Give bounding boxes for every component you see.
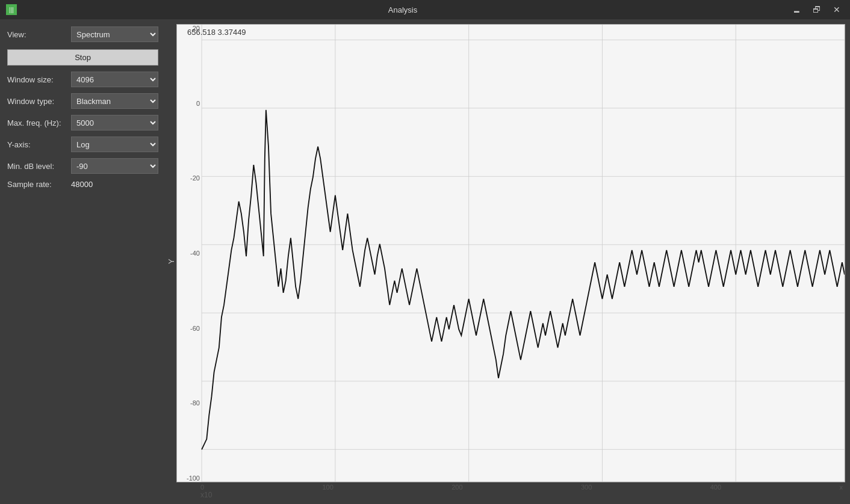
chart-inner: Y 20 0 -20 -40 -60 -80 -100 <box>166 24 845 499</box>
min-db-select[interactable]: -60 -70 -80 -90 -100 <box>71 158 158 174</box>
window-size-row: Window size: 512 1024 2048 4096 8192 <box>7 72 158 87</box>
spectrum-plot <box>177 25 845 482</box>
sidebar: View: Spectrum Waveform Spectrogram Stop… <box>0 19 166 504</box>
chart-with-axes: 20 0 -20 -40 -60 -80 -100 <box>176 24 845 499</box>
x-axis-row: 0 100 200 300 400 x x10 <box>176 484 845 499</box>
close-button[interactable]: ✕ <box>830 4 844 16</box>
window-size-select[interactable]: 512 1024 2048 4096 8192 <box>71 72 158 87</box>
min-db-row: Min. dB level: -60 -70 -80 -90 -100 <box>7 158 158 174</box>
view-label: View: <box>7 30 67 39</box>
chart-area: 656.518 3.37449 Y 20 0 -20 -40 -60 -80 -… <box>166 19 850 504</box>
maximize-button[interactable]: 🗗 <box>809 4 825 16</box>
window-type-select[interactable]: Rectangular Hamming Hann Blackman <box>71 93 158 109</box>
x-unit: x10 <box>200 491 212 499</box>
titlebar: ||| Analysis 🗕 🗗 ✕ <box>0 0 850 19</box>
y-axis-label: Y-axis: <box>7 140 67 149</box>
stop-button[interactable]: Stop <box>7 49 158 66</box>
view-row: View: Spectrum Waveform Spectrogram <box>7 26 158 42</box>
x-ticks: 0 100 200 300 400 x <box>176 484 845 491</box>
view-select[interactable]: Spectrum Waveform Spectrogram <box>71 26 158 42</box>
sample-rate-label: Sample rate: <box>7 180 67 189</box>
min-db-label: Min. dB level: <box>7 162 67 171</box>
titlebar-title: Analysis <box>17 5 789 14</box>
app-icon: ||| <box>6 4 17 15</box>
window-size-label: Window size: <box>7 75 67 84</box>
y-axis-char: Y <box>166 24 176 499</box>
x-tick-300: 300 <box>581 484 592 491</box>
y-axis-select[interactable]: Log Linear <box>71 137 158 152</box>
x-axis-char: x <box>839 484 843 491</box>
y-axis-row: Y-axis: Log Linear <box>7 137 158 152</box>
titlebar-controls: 🗕 🗗 ✕ <box>789 4 844 16</box>
x-tick-200: 200 <box>451 484 462 491</box>
x-tick-0: 0 <box>200 484 204 491</box>
main-content: View: Spectrum Waveform Spectrogram Stop… <box>0 19 850 504</box>
max-freq-row: Max. freq. (Hz): 1000 2000 5000 10000 20… <box>7 115 158 131</box>
sample-rate-value: 48000 <box>71 180 93 189</box>
window-type-row: Window type: Rectangular Hamming Hann Bl… <box>7 93 158 109</box>
x-label-row: x10 <box>176 491 845 499</box>
chart-plot-area[interactable]: 20 0 -20 -40 -60 -80 -100 <box>176 24 845 482</box>
max-freq-label: Max. freq. (Hz): <box>7 118 67 128</box>
window-type-label: Window type: <box>7 97 67 106</box>
x-tick-400: 400 <box>710 484 721 491</box>
titlebar-left: ||| <box>6 4 17 15</box>
max-freq-select[interactable]: 1000 2000 5000 10000 20000 24000 <box>71 115 158 131</box>
sample-rate-row: Sample rate: 48000 <box>7 180 158 189</box>
x-tick-100: 100 <box>323 484 333 491</box>
chart-container: 656.518 3.37449 Y 20 0 -20 -40 -60 -80 -… <box>166 24 845 499</box>
minimize-button[interactable]: 🗕 <box>789 4 804 16</box>
